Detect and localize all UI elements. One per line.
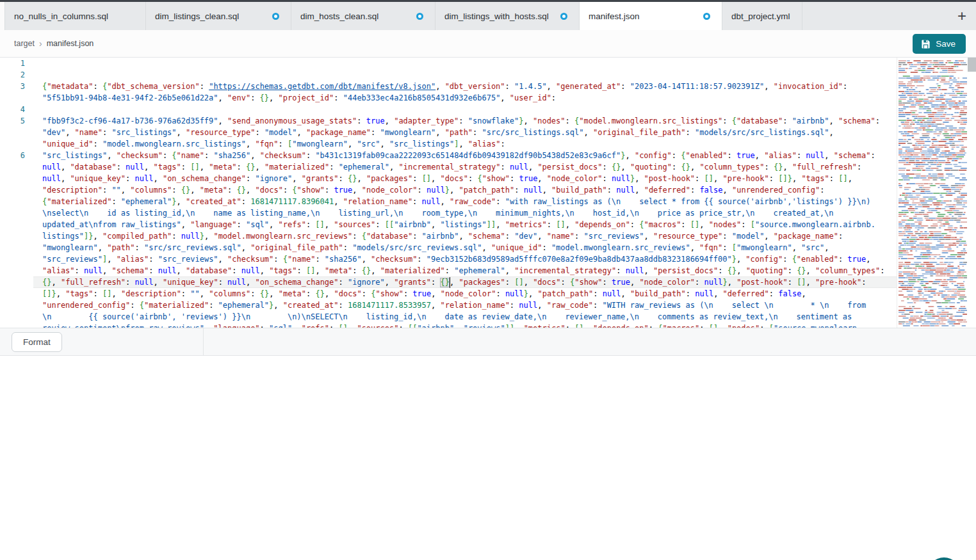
line-number [0,242,33,253]
line-number: 2 [0,69,33,81]
code-row: null, "database": null, "tags": [], "met… [33,161,897,173]
line-number: 1 [0,58,33,69]
tab-label: manifest.json [589,12,640,21]
line-number: 4 [0,104,33,115]
line-number [0,196,33,207]
tab-dbt-project-yml[interactable]: dbt_project.yml [722,2,802,30]
tab-label: dim_listings_clean.sql [155,12,239,21]
tab-label: dim_hosts_clean.sql [300,12,378,21]
code-row: []}, "tags": [], "description": "", "col… [33,288,897,300]
tab-bar-left-gap [0,2,5,30]
tab-no-nulls-in-columns-sql[interactable]: no_nulls_in_columns.sql [5,2,146,30]
unsaved-changes-dot-icon[interactable] [416,13,423,20]
code-row: "alias": null, "schema": null, "database… [33,265,897,276]
code-row: \n {{ source('airbnb', 'reviews') }}\n \… [33,311,897,323]
code-row [33,104,897,115]
code-row: "src_reviews"], "alias": "src_reviews", … [33,253,897,265]
code-row: "src_listings", "checksum": {"name": "sh… [33,150,897,161]
code-row: "mwonglearn", "path": "src/src_reviews.s… [33,242,897,253]
code-row: listings"]}, "compiled_path": null}, "mo… [33,230,897,242]
code-row: review_sentiment\nfrom raw_reviews", "la… [33,323,897,328]
line-number [0,184,33,196]
code-row [33,69,897,81]
line-number [0,173,33,184]
code-row: "5f51bb91-94b8-4e31-94f2-26b5e061d22a", … [33,92,897,104]
save-button[interactable]: Save [913,34,966,54]
editor-tab-bar: no_nulls_in_columns.sqldim_listings_clea… [0,2,976,30]
code-row: "unrendered_config": {"materialized": "e… [33,300,897,311]
code-row: {"materialized": "ephemeral"}, "created_… [33,196,897,207]
code-row: "fbb9f3c2-cf96-4a17-b736-976a62d35ff9", … [33,115,897,127]
breadcrumb-folder: target [14,39,35,48]
tab-dim-listings-with-hosts-sql[interactable]: dim_listings_with_hosts.sql [435,2,580,30]
tab-dim-listings-clean-sql[interactable]: dim_listings_clean.sql [146,2,291,30]
line-number [0,127,33,138]
breadcrumb-bar: target › manifest.json Save [0,30,976,58]
tab-dim-hosts-clean-sql[interactable]: dim_hosts_clean.sql [291,2,435,30]
chevron-right-icon: › [39,38,42,49]
line-number: 3 [0,81,33,92]
line-number [0,138,33,150]
code-row: "description": "", "columns": {}, "meta"… [33,184,897,196]
line-number: 5 [0,115,33,127]
save-icon [921,39,931,49]
tab-label: dbt_project.yml [731,12,790,21]
save-button-label: Save [936,39,956,49]
line-number [0,253,33,265]
format-button[interactable]: Format [12,332,62,352]
code-row: updated_at\nfrom raw_listings", "languag… [33,219,897,230]
unsaved-changes-dot-icon[interactable] [272,13,279,20]
line-number [0,230,33,242]
results-panel [0,356,976,560]
code-row: {}, "full_refresh": null, "unique_key": … [33,276,897,288]
line-number: 6 [0,150,33,161]
line-number [0,219,33,230]
action-bar-divider [203,328,204,355]
tab-label: dim_listings_with_hosts.sql [444,12,549,21]
code-content[interactable]: {"metadata": {"dbt_schema_version": "htt… [33,58,897,328]
code-row [33,58,897,69]
scrollbar-thumb[interactable] [968,58,976,72]
code-editor[interactable]: 123456 {"metadata": {"dbt_schema_version… [0,58,976,328]
line-number [0,161,33,173]
line-number [0,265,33,276]
line-number [0,276,33,288]
unsaved-changes-dot-icon[interactable] [560,13,567,20]
code-row: "unique_id": "model.mwonglearn.src_listi… [33,138,897,150]
code-row: "dev", "name": "src_listings", "resource… [33,127,897,138]
line-number [0,323,33,328]
line-number-gutter: 123456 [0,58,33,328]
line-number [0,92,33,104]
tab-manifest-json[interactable]: manifest.json [580,2,722,30]
text-caret [450,277,451,288]
line-number [0,300,33,311]
breadcrumb-file: manifest.json [47,39,94,48]
code-row: \nselect\n id as listing_id,\n name as l… [33,207,897,219]
code-row: {"metadata": {"dbt_schema_version": "htt… [33,81,897,92]
editor-action-bar: Format [0,328,976,356]
dbt-ide-window: no_nulls_in_columns.sqldim_listings_clea… [0,0,976,560]
line-number [0,288,33,300]
minimap[interactable] [897,58,967,328]
code-row: null, "unique_key": null, "on_schema_cha… [33,173,897,184]
tab-label: no_nulls_in_columns.sql [14,12,108,21]
line-number [0,311,33,323]
line-number [0,207,33,219]
new-tab-button[interactable]: + [948,2,976,30]
unsaved-changes-dot-icon[interactable] [703,13,710,20]
